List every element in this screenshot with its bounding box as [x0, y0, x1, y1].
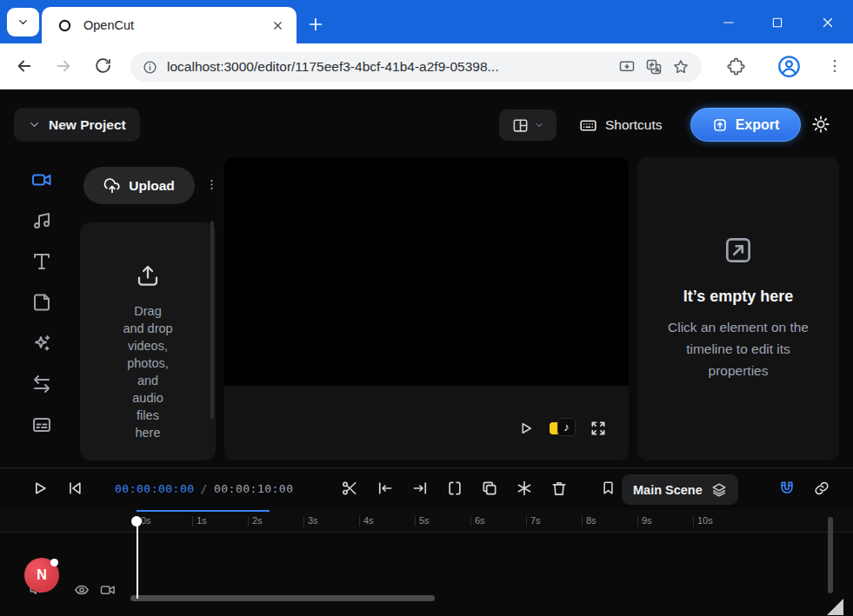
back-icon[interactable]: [15, 56, 34, 76]
trim-start-icon[interactable]: [377, 480, 394, 497]
media-dropzone[interactable]: Drag and drop videos, photos, and audio …: [80, 222, 216, 460]
export-button[interactable]: Export: [690, 108, 801, 142]
sparkles-icon: [31, 333, 52, 354]
link-icon[interactable]: [813, 480, 830, 497]
keyboard-icon: [579, 116, 597, 135]
dropzone-text: Drag and drop videos, photos, and audio …: [123, 302, 173, 441]
extensions-icon[interactable]: [727, 57, 745, 76]
platform-preview-button[interactable]: ♪: [550, 417, 577, 438]
send-to-device-icon[interactable]: [618, 58, 636, 76]
sticker-icon: [31, 292, 52, 313]
ruler-label-9s: 9s: [642, 515, 652, 526]
timeline-horizontal-scrollbar[interactable]: [130, 595, 435, 601]
freeze-frame-icon[interactable]: [516, 480, 533, 497]
ruler-label-8s: 8s: [586, 515, 596, 526]
site-info-icon[interactable]: [143, 60, 157, 75]
browser-toolbar: localhost:3000/editor/1175eef3-4bcf-41b4…: [0, 43, 853, 89]
tab-title: OpenCut: [83, 18, 271, 32]
captions-icon: [31, 414, 52, 435]
opencut-favicon: [57, 18, 72, 33]
project-name-menu[interactable]: New Project: [14, 108, 140, 142]
layout-preset-dropdown[interactable]: [499, 109, 556, 141]
scene-selector[interactable]: Main Scene: [622, 474, 738, 505]
playhead-line: [137, 521, 138, 599]
address-bar[interactable]: localhost:3000/editor/1175eef3-4bcf-41b4…: [130, 52, 702, 82]
upload-button[interactable]: Upload: [83, 167, 195, 204]
delete-icon[interactable]: [550, 480, 568, 497]
text-icon: [31, 251, 52, 272]
tab-search-button[interactable]: [7, 8, 39, 36]
browser-titlebar: OpenCut: [0, 0, 853, 43]
export-icon: [712, 117, 728, 133]
new-tab-icon[interactable]: [306, 15, 325, 34]
resize-grip[interactable]: [827, 599, 843, 615]
avatar-status-dot: [50, 559, 58, 566]
tab-close-icon[interactable]: [271, 19, 284, 32]
video-preview[interactable]: [224, 157, 629, 386]
properties-panel: It’s empty here Click an element on the …: [637, 157, 839, 460]
window-close-button[interactable]: [809, 12, 847, 33]
skip-to-start-icon[interactable]: [66, 480, 83, 497]
split-element-icon[interactable]: [446, 480, 463, 497]
export-label: Export: [736, 117, 780, 133]
ruler-label-5s: 5s: [419, 515, 430, 526]
timeline-ruler[interactable]: 0s1s2s3s4s5s6s7s8s9s10s: [0, 510, 853, 533]
media-panel-scrollbar[interactable]: [210, 221, 214, 419]
url-text[interactable]: localhost:3000/editor/1175eef3-4bcf-41b4…: [167, 59, 609, 75]
play-icon[interactable]: [31, 480, 49, 497]
opencut-app: New Project Shortcuts Export: [0, 89, 853, 616]
magnet-snap-icon[interactable]: [778, 480, 796, 497]
chevron-down-icon: [534, 120, 544, 130]
browser-tab[interactable]: OpenCut: [42, 7, 297, 43]
rail-item-transitions[interactable]: [31, 374, 52, 394]
fullscreen-icon[interactable]: [590, 420, 607, 437]
rail-item-effects[interactable]: [31, 333, 52, 354]
scene-label: Main Scene: [633, 483, 703, 497]
window-minimize-button[interactable]: [710, 12, 748, 33]
chevron-down-icon: [17, 16, 30, 29]
timeline-section: 00:00:00:00 / 00:00:10:00 Main Scene 0s1…: [0, 467, 853, 616]
media-options-icon[interactable]: [205, 178, 218, 191]
window-maximize-button[interactable]: [758, 12, 796, 33]
rail-item-stickers[interactable]: [31, 292, 52, 313]
total-duration: 00:00:10:00: [214, 482, 294, 495]
bookmark-star-icon[interactable]: [672, 58, 690, 76]
rail-item-media[interactable]: [31, 169, 52, 190]
ruler-label-6s: 6s: [475, 515, 485, 526]
video-camera-icon: [31, 169, 52, 190]
tiktok-icon: ♪: [557, 418, 576, 436]
profile-button[interactable]: [777, 55, 801, 78]
playhead-handle[interactable]: [131, 516, 142, 527]
ruler-label-4s: 4s: [363, 515, 374, 526]
arrows-left-right-icon: [31, 374, 52, 394]
layout-panels-icon: [512, 117, 529, 134]
current-time: 00:00:00:00: [115, 482, 195, 495]
duplicate-icon[interactable]: [481, 480, 498, 497]
project-name: New Project: [49, 117, 126, 133]
forward-icon[interactable]: [54, 56, 73, 76]
ruler-label-2s: 2s: [252, 515, 263, 526]
translate-icon[interactable]: [645, 58, 663, 76]
chevron-down-icon: [28, 118, 41, 131]
rail-item-audio[interactable]: [31, 210, 52, 231]
split-scissors-icon[interactable]: [341, 480, 358, 497]
rail-item-text[interactable]: [31, 251, 52, 272]
ruler-range-indicator: [137, 510, 270, 512]
timeline-vertical-scrollbar[interactable]: [828, 517, 833, 593]
toggle-visibility-icon[interactable]: [74, 582, 90, 598]
avatar-initial: N: [37, 567, 47, 583]
browser-menu-icon[interactable]: [826, 57, 843, 75]
bookmark-icon[interactable]: [600, 480, 616, 496]
rail-item-captions[interactable]: [31, 414, 52, 435]
upload-tray-icon: [135, 262, 161, 288]
camera-track-icon[interactable]: [100, 582, 116, 598]
preview-play-icon[interactable]: [518, 421, 534, 436]
reload-icon[interactable]: [94, 56, 112, 75]
empty-state-title: It’s empty here: [683, 288, 793, 306]
profile-avatar-icon: [777, 55, 801, 78]
layers-icon: [711, 482, 727, 498]
trim-end-icon[interactable]: [411, 480, 429, 497]
maximize-icon: [770, 16, 784, 30]
theme-toggle-icon[interactable]: [811, 115, 830, 134]
shortcuts-button[interactable]: Shortcuts: [570, 109, 670, 141]
